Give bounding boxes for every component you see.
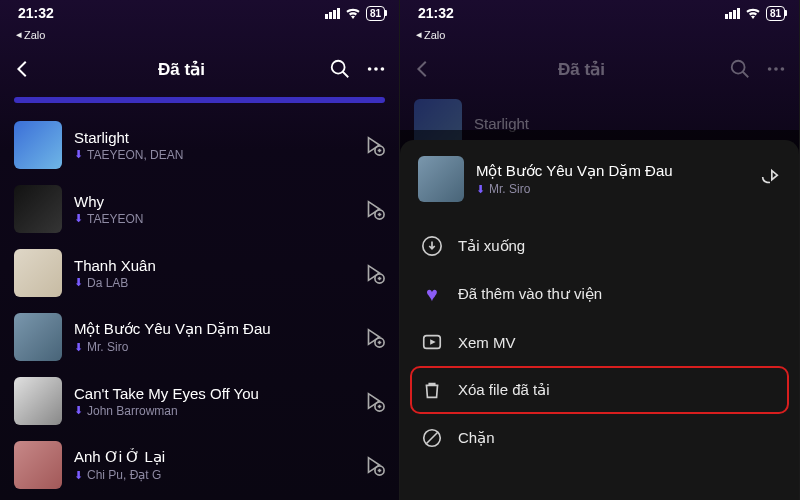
downloaded-icon: ⬇ xyxy=(74,404,83,417)
wifi-icon xyxy=(345,7,361,19)
page-title: Đã tải xyxy=(434,59,729,80)
search-icon xyxy=(329,58,351,80)
album-art xyxy=(14,441,62,489)
back-to-app[interactable]: ◂ Zalo xyxy=(0,26,399,41)
more-button[interactable] xyxy=(365,58,387,80)
header: Đã tải xyxy=(400,47,799,91)
add-queue-icon xyxy=(363,390,385,412)
song-artist: Mr. Siro xyxy=(87,340,128,354)
back-button[interactable] xyxy=(412,58,434,80)
option-block[interactable]: Chặn xyxy=(418,414,781,462)
song-title: Starlight xyxy=(74,129,351,146)
more-horizontal-icon xyxy=(365,58,387,80)
status-bar: 21:32 81 xyxy=(400,0,799,26)
svg-point-14 xyxy=(774,67,778,71)
add-queue-button[interactable] xyxy=(363,326,385,348)
song-title: Anh Ơi Ở Lại xyxy=(74,448,351,466)
page-title: Đã tải xyxy=(34,59,329,80)
back-button[interactable] xyxy=(12,58,34,80)
block-icon xyxy=(420,426,444,450)
battery-indicator: 81 xyxy=(366,6,385,21)
download-icon xyxy=(420,234,444,258)
song-artist: TAEYEON, DEAN xyxy=(87,148,183,162)
add-queue-icon xyxy=(363,326,385,348)
cellular-icon xyxy=(725,8,740,19)
add-queue-button[interactable] xyxy=(363,134,385,156)
add-queue-button[interactable] xyxy=(363,262,385,284)
status-time: 21:32 xyxy=(418,5,454,21)
svg-point-2 xyxy=(368,67,372,71)
status-indicators: 81 xyxy=(725,6,785,21)
add-queue-icon xyxy=(363,454,385,476)
list-item[interactable]: Một Bước Yêu Vạn Dặm Đau ⬇Mr. Siro xyxy=(14,305,385,369)
more-button[interactable] xyxy=(765,58,787,80)
album-art xyxy=(14,249,62,297)
svg-point-0 xyxy=(332,61,345,74)
downloaded-icon: ⬇ xyxy=(74,148,83,161)
song-title: Why xyxy=(74,193,351,210)
battery-indicator: 81 xyxy=(766,6,785,21)
album-art xyxy=(418,156,464,202)
downloaded-icon: ⬇ xyxy=(74,276,83,289)
downloaded-icon: ⬇ xyxy=(74,469,83,482)
sheet-header: Một Bước Yêu Vạn Dặm Đau ⬇Mr. Siro xyxy=(418,156,781,202)
svg-line-1 xyxy=(343,72,349,78)
trash-icon xyxy=(420,378,444,402)
svg-point-4 xyxy=(381,67,385,71)
list-item[interactable]: Starlight ⬇TAEYEON, DEAN xyxy=(14,113,385,177)
back-to-app[interactable]: ◂ Zalo xyxy=(400,26,799,41)
more-horizontal-icon xyxy=(765,58,787,80)
song-artist: Chi Pu, Đạt G xyxy=(87,468,161,482)
song-artist: John Barrowman xyxy=(87,404,178,418)
song-title: Thanh Xuân xyxy=(74,257,351,274)
svg-point-11 xyxy=(732,61,745,74)
play-video-icon xyxy=(420,330,444,354)
progress-bar xyxy=(14,97,385,103)
option-delete-file[interactable]: Xóa file đã tải xyxy=(410,366,789,414)
downloaded-icon: ⬇ xyxy=(476,183,485,196)
song-artist: Da LAB xyxy=(87,276,128,290)
song-list: Starlight ⬇TAEYEON, DEAN Why ⬇TAEYEON Th… xyxy=(0,113,399,500)
option-label: Xem MV xyxy=(458,334,516,351)
cellular-icon xyxy=(325,8,340,19)
add-queue-button[interactable] xyxy=(363,390,385,412)
svg-line-19 xyxy=(427,433,438,444)
add-queue-button[interactable] xyxy=(363,198,385,220)
add-queue-button[interactable] xyxy=(363,454,385,476)
album-art xyxy=(14,185,62,233)
svg-point-13 xyxy=(768,67,772,71)
search-button[interactable] xyxy=(729,58,751,80)
option-label: Xóa file đã tải xyxy=(458,381,550,399)
search-button[interactable] xyxy=(329,58,351,80)
downloaded-icon: ⬇ xyxy=(74,341,83,354)
option-watch-mv[interactable]: Xem MV xyxy=(418,318,781,366)
album-art xyxy=(14,313,62,361)
add-queue-icon xyxy=(363,134,385,156)
svg-line-12 xyxy=(743,72,749,78)
song-artist: TAEYEON xyxy=(87,212,143,226)
wifi-icon xyxy=(745,7,761,19)
downloaded-icon: ⬇ xyxy=(74,212,83,225)
option-added-library[interactable]: ♥ Đã thêm vào thư viện xyxy=(418,270,781,318)
phone-right: 21:32 81 ◂ Zalo Đã tải Starlight xyxy=(400,0,800,500)
action-sheet: Một Bước Yêu Vạn Dặm Đau ⬇Mr. Siro Tải x… xyxy=(400,140,799,500)
album-art xyxy=(14,121,62,169)
status-time: 21:32 xyxy=(18,5,54,21)
option-label: Tải xuống xyxy=(458,237,525,255)
list-item[interactable]: Why ⬇TAEYEON xyxy=(14,177,385,241)
share-button[interactable] xyxy=(759,166,781,192)
song-title: Một Bước Yêu Vạn Dặm Đau xyxy=(74,320,351,338)
header: Đã tải xyxy=(0,47,399,91)
list-item[interactable]: Thanh Xuân ⬇Da LAB xyxy=(14,241,385,305)
list-item[interactable]: Anh Ơi Ở Lại ⬇Chi Pu, Đạt G xyxy=(14,433,385,497)
sheet-song-artist: Mr. Siro xyxy=(489,182,530,196)
add-queue-icon xyxy=(363,262,385,284)
option-download[interactable]: Tải xuống xyxy=(418,222,781,270)
list-item[interactable]: Can't Take My Eyes Off You ⬇John Barrowm… xyxy=(14,369,385,433)
phone-left: 21:32 81 ◂ Zalo Đã tải Starlight xyxy=(0,0,400,500)
option-label: Chặn xyxy=(458,429,495,447)
add-queue-icon xyxy=(363,198,385,220)
song-title: Can't Take My Eyes Off You xyxy=(74,385,351,402)
svg-point-3 xyxy=(374,67,378,71)
status-indicators: 81 xyxy=(325,6,385,21)
